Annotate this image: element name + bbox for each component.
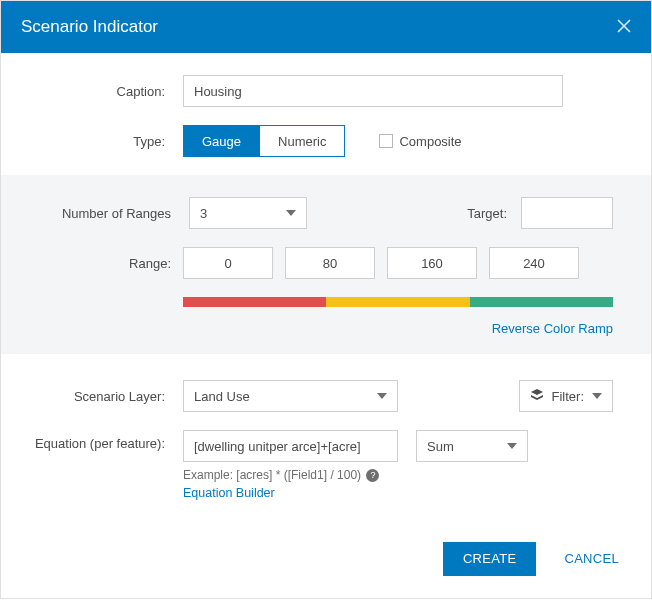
filter-label: Filter: — [552, 389, 585, 404]
range-input-1[interactable] — [285, 247, 375, 279]
filter-button[interactable]: Filter: — [519, 380, 614, 412]
color-ramp — [183, 297, 613, 307]
type-segmented: Gauge Numeric — [183, 125, 345, 157]
equation-builder-link[interactable]: Equation Builder — [183, 486, 275, 500]
close-icon[interactable] — [617, 18, 631, 36]
num-ranges-select[interactable]: 3 — [189, 197, 307, 229]
caption-label: Caption: — [23, 84, 183, 99]
range-input-2[interactable] — [387, 247, 477, 279]
chevron-down-icon — [377, 393, 387, 399]
ranges-panel: Number of Ranges 3 Target: Range: — [1, 175, 651, 354]
dialog-footer: CREATE CANCEL — [1, 518, 651, 598]
type-gauge-button[interactable]: Gauge — [184, 126, 259, 156]
num-ranges-label: Number of Ranges — [23, 206, 171, 221]
chevron-down-icon — [286, 210, 296, 216]
dialog-titlebar: Scenario Indicator — [1, 1, 651, 53]
range-input-3[interactable] — [489, 247, 579, 279]
ramp-color-1 — [326, 297, 469, 307]
equation-input[interactable] — [183, 430, 398, 462]
range-input-0[interactable] — [183, 247, 273, 279]
composite-checkbox-wrap[interactable]: Composite — [379, 134, 461, 149]
create-button[interactable]: CREATE — [443, 542, 537, 576]
target-input[interactable] — [521, 197, 613, 229]
aggregation-select[interactable]: Sum — [416, 430, 528, 462]
type-label: Type: — [23, 134, 183, 149]
ramp-color-0 — [183, 297, 326, 307]
chevron-down-icon — [507, 443, 517, 449]
num-ranges-value: 3 — [200, 206, 207, 221]
scenario-layer-value: Land Use — [194, 389, 250, 404]
cancel-button[interactable]: CANCEL — [558, 550, 625, 567]
chevron-down-icon — [592, 393, 602, 399]
dialog-title: Scenario Indicator — [21, 17, 617, 37]
type-numeric-button[interactable]: Numeric — [259, 126, 344, 156]
composite-label: Composite — [399, 134, 461, 149]
composite-checkbox[interactable] — [379, 134, 393, 148]
ramp-color-2 — [470, 297, 613, 307]
layers-icon — [530, 388, 544, 405]
help-icon[interactable]: ? — [366, 469, 379, 482]
equation-example: Example: [acres] * ([Field1] / 100) ? — [183, 468, 613, 483]
range-label: Range: — [23, 256, 171, 271]
scenario-layer-label: Scenario Layer: — [23, 389, 183, 404]
equation-label: Equation (per feature): — [23, 430, 183, 451]
aggregation-value: Sum — [427, 439, 454, 454]
reverse-color-ramp-link[interactable]: Reverse Color Ramp — [492, 321, 613, 336]
target-label: Target: — [467, 206, 507, 221]
scenario-indicator-dialog: Scenario Indicator Caption: Type: Gauge … — [0, 0, 652, 599]
caption-input[interactable] — [183, 75, 563, 107]
scenario-layer-select[interactable]: Land Use — [183, 380, 398, 412]
